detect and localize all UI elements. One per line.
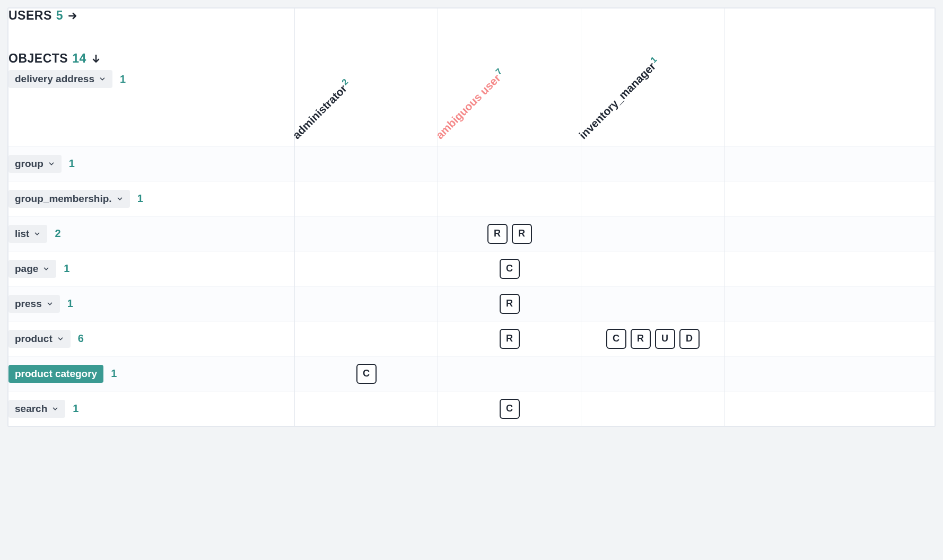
chevron-down-icon — [42, 265, 50, 273]
object-cell: press1 — [8, 286, 295, 321]
perm-cell-ambiguous-user: C — [438, 251, 581, 286]
object-label: press — [15, 298, 42, 310]
object-chip[interactable]: page — [8, 260, 56, 278]
perm-cell-inventory-manager — [581, 181, 724, 216]
perm-cell-administrator — [295, 251, 438, 286]
perm-badge-r[interactable]: R — [500, 329, 520, 349]
perm-cell-ambiguous-user: RR — [438, 216, 581, 251]
perm-badge-c[interactable]: C — [356, 364, 377, 384]
perm-cell-administrator — [295, 391, 438, 426]
perm-cell-administrator: C — [295, 356, 438, 391]
perm-cell-inventory-manager — [581, 146, 724, 181]
column-label: inventory_manager — [577, 60, 658, 141]
chevron-down-icon — [51, 405, 59, 413]
object-chip[interactable]: product — [8, 330, 71, 348]
perm-cell-ambiguous-user: R — [438, 321, 581, 356]
perm-badge-r[interactable]: R — [487, 224, 508, 244]
object-chip[interactable]: list — [8, 225, 47, 243]
object-label: product category — [15, 368, 97, 380]
object-row-product-category: product category1C — [8, 356, 935, 391]
header-row: USERS 5 OBJECTS 14 delivery ad — [8, 8, 935, 146]
object-label: page — [15, 263, 38, 275]
perm-badge-c[interactable]: C — [500, 399, 520, 419]
perm-badge-d[interactable]: D — [679, 329, 700, 349]
perm-badge-r[interactable]: R — [512, 224, 532, 244]
perm-cell-administrator — [295, 286, 438, 321]
object-label: search — [15, 403, 47, 415]
object-cell: group_membership.1 — [8, 181, 295, 216]
object-cell: list2 — [8, 216, 295, 251]
cell-filler — [724, 391, 935, 426]
object-count: 1 — [64, 262, 69, 274]
perm-cell-ambiguous-user: C — [438, 391, 581, 426]
chevron-down-icon — [99, 75, 106, 83]
perm-cell-administrator — [295, 216, 438, 251]
perm-cell-administrator — [295, 181, 438, 216]
object-count: 1 — [111, 368, 117, 379]
object-chip[interactable]: group_membership. — [8, 190, 130, 208]
perm-badge-r[interactable]: R — [631, 329, 651, 349]
perm-cell-ambiguous-user — [438, 356, 581, 391]
object-row-page: page1C — [8, 251, 935, 286]
object-label: delivery address — [15, 73, 94, 85]
perm-cell-inventory-manager — [581, 216, 724, 251]
object-chip[interactable]: press — [8, 295, 60, 313]
object-count: 1 — [67, 298, 73, 309]
permissions-matrix-panel: USERS 5 OBJECTS 14 delivery ad — [7, 7, 936, 427]
object-chip[interactable]: search — [8, 400, 65, 418]
object-chip[interactable]: delivery address — [8, 70, 112, 88]
object-count: 1 — [69, 158, 75, 169]
object-chip[interactable]: group — [8, 155, 62, 173]
perm-badge-u[interactable]: U — [655, 329, 675, 349]
object-cell: product category1 — [8, 356, 295, 391]
cell-filler — [724, 181, 935, 216]
chevron-down-icon — [46, 300, 54, 308]
perm-cell-inventory-manager — [581, 356, 724, 391]
chevron-down-icon — [48, 160, 55, 168]
perm-badge-c[interactable]: C — [606, 329, 626, 349]
column-label: ambiguous user — [433, 72, 503, 141]
object-count: 1 — [137, 192, 143, 204]
perm-cell-administrator — [295, 146, 438, 181]
object-row-delivery-address: delivery address 1 — [8, 70, 294, 88]
users-section-header[interactable]: USERS 5 — [8, 8, 294, 23]
column-header-administrator[interactable]: administrator2 — [295, 8, 438, 146]
cell-filler — [724, 356, 935, 391]
object-row-group: group1 — [8, 146, 935, 181]
perm-cell-inventory-manager: CRUD — [581, 321, 724, 356]
column-header-ambiguous-user[interactable]: ambiguous user7 — [438, 8, 581, 146]
perm-cell-inventory-manager — [581, 286, 724, 321]
object-count: 2 — [55, 228, 60, 239]
cell-filler — [724, 251, 935, 286]
object-cell: product6 — [8, 321, 295, 356]
column-header-inventory-manager[interactable]: inventory_manager1 — [581, 8, 724, 146]
object-row-search: search1C — [8, 391, 935, 426]
perm-badge-r[interactable]: R — [500, 294, 520, 314]
perm-cell-inventory-manager — [581, 391, 724, 426]
object-chip[interactable]: product category — [8, 365, 103, 383]
permissions-table: USERS 5 OBJECTS 14 delivery ad — [8, 8, 935, 426]
cell-filler — [724, 321, 935, 356]
chevron-down-icon — [116, 195, 124, 203]
chevron-down-icon — [33, 230, 41, 238]
arrow-down-icon — [91, 54, 101, 64]
header-corner-cell: USERS 5 OBJECTS 14 delivery ad — [8, 8, 295, 146]
users-count: 5 — [56, 8, 63, 23]
perm-cell-inventory-manager — [581, 251, 724, 286]
perm-cell-ambiguous-user — [438, 181, 581, 216]
perm-cell-ambiguous-user: R — [438, 286, 581, 321]
object-count: 6 — [78, 332, 84, 344]
object-label: group_membership. — [15, 193, 112, 205]
chevron-down-icon — [57, 335, 64, 343]
object-cell: search1 — [8, 391, 295, 426]
objects-label: OBJECTS — [8, 51, 68, 66]
perm-badge-c[interactable]: C — [500, 259, 520, 279]
object-label: list — [15, 228, 29, 240]
object-label: product — [15, 333, 53, 345]
column-filler — [724, 8, 935, 146]
objects-section-header[interactable]: OBJECTS 14 — [8, 51, 294, 66]
object-cell: page1 — [8, 251, 295, 286]
cell-filler — [724, 216, 935, 251]
object-row-group-membership: group_membership.1 — [8, 181, 935, 216]
arrow-right-icon — [67, 11, 78, 21]
